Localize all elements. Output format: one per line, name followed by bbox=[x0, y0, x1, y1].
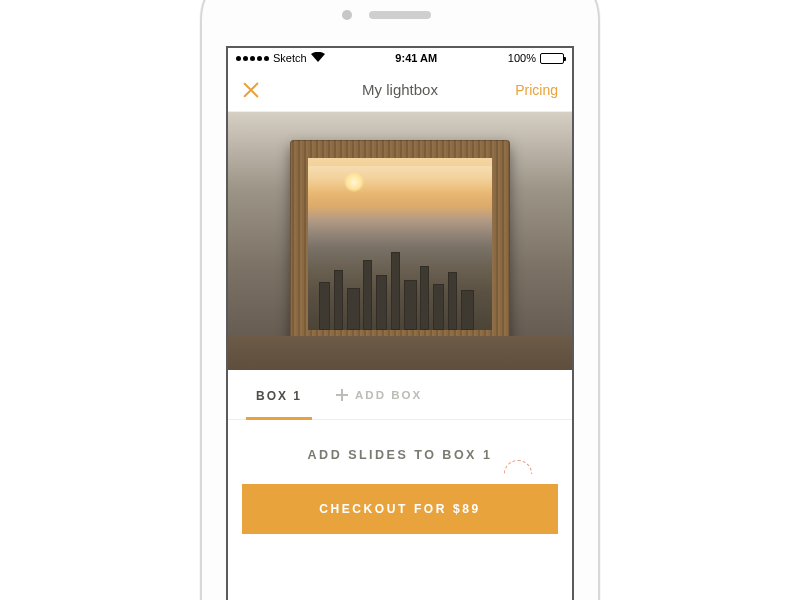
background-table bbox=[228, 336, 572, 370]
product-preview bbox=[228, 112, 572, 370]
status-bar: Sketch 9:41 AM 100% bbox=[228, 48, 572, 68]
add-box-label: ADD BOX bbox=[355, 389, 422, 401]
close-icon[interactable] bbox=[242, 81, 260, 99]
battery-pct: 100% bbox=[508, 52, 536, 64]
phone-device-frame: Sketch 9:41 AM 100% My lightbox Pricing bbox=[200, 0, 600, 600]
lightbox-product[interactable] bbox=[290, 140, 510, 348]
add-box-button[interactable]: ADD BOX bbox=[336, 389, 422, 401]
battery-icon bbox=[540, 53, 564, 64]
phone-speaker bbox=[369, 11, 431, 19]
signal-dots bbox=[236, 56, 269, 61]
checkout-button[interactable]: CHECKOUT FOR $89 bbox=[242, 484, 558, 534]
slide-window bbox=[308, 158, 492, 330]
wifi-icon bbox=[311, 52, 325, 64]
content-area: ADD SLIDES TO BOX 1 CHECKOUT FOR $89 bbox=[228, 420, 572, 534]
phone-camera bbox=[342, 10, 352, 20]
add-slides-prompt[interactable]: ADD SLIDES TO BOX 1 bbox=[228, 420, 572, 484]
app-screen: Sketch 9:41 AM 100% My lightbox Pricing bbox=[226, 46, 574, 600]
slide-image bbox=[308, 158, 492, 330]
carrier-label: Sketch bbox=[273, 52, 307, 64]
tab-box-1[interactable]: BOX 1 bbox=[250, 371, 308, 419]
pricing-link[interactable]: Pricing bbox=[515, 82, 558, 98]
status-time: 9:41 AM bbox=[395, 52, 437, 64]
box-tabs: BOX 1 ADD BOX bbox=[228, 370, 572, 420]
plus-icon bbox=[336, 389, 348, 401]
nav-bar: My lightbox Pricing bbox=[228, 68, 572, 112]
